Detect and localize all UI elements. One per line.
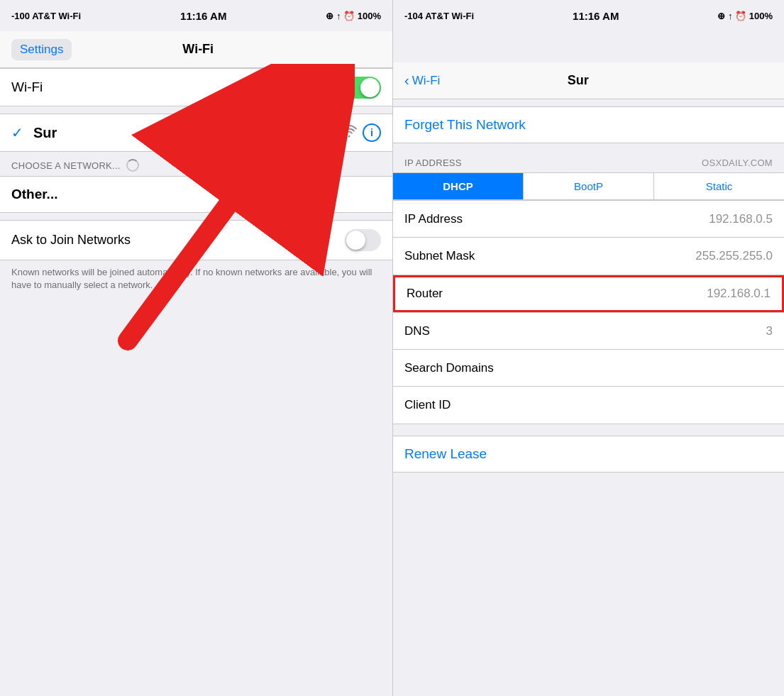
ip-section-subtext: osxdaily.com [702, 158, 773, 168]
dns-info-group: DNS 3 Search Domains Client ID [393, 312, 784, 424]
left-panel: -100 AT&T Wi-Fi 11:16 AM ⊕ ↑ ⏰ 100% Sett… [0, 0, 392, 696]
dhcp-tab[interactable]: DHCP [393, 173, 524, 199]
ip-address-label: IP Address [404, 212, 709, 226]
connected-network-group: ✓ Sur 🔒 i [0, 114, 392, 152]
wifi-toggle-label: Wi-Fi [11, 79, 345, 95]
left-settings-back-button[interactable]: Settings [11, 39, 72, 60]
toggle-knob [360, 78, 380, 97]
left-status-signal: -100 AT&T Wi-Fi [11, 11, 81, 21]
bootp-tab[interactable]: BootP [524, 173, 654, 199]
router-label: Router [407, 287, 707, 301]
wifi-signal-icon [341, 125, 357, 141]
right-wifi-back-button[interactable]: ‹ Wi-Fi [404, 72, 440, 89]
static-tab[interactable]: Static [654, 173, 784, 199]
connected-network-row[interactable]: ✓ Sur 🔒 i [0, 114, 392, 151]
left-status-time: 11:16 AM [180, 10, 226, 22]
ask-join-toggle[interactable] [345, 229, 381, 251]
right-status-bar: -104 AT&T Wi-Fi 11:16 AM ⊕ ↑ ⏰ 100% [393, 0, 784, 31]
right-status-signal: -104 AT&T Wi-Fi [404, 11, 474, 21]
left-content: Wi-Fi ✓ Sur 🔒 [0, 68, 392, 696]
ask-join-group: Ask to Join Networks Known networks will… [0, 213, 392, 303]
forget-network-section: Forget This Network [393, 106, 784, 143]
info-icon: i [370, 127, 373, 138]
ip-section-label: IP ADDRESS [404, 158, 462, 168]
left-status-icons: ⊕ ↑ ⏰ 100% [326, 11, 381, 21]
dns-label: DNS [404, 324, 766, 338]
right-panel: -104 AT&T Wi-Fi 11:16 AM ⊕ ↑ ⏰ 100% ‹ Wi… [392, 0, 784, 696]
other-network-label[interactable]: Other... [11, 187, 57, 201]
lock-icon: 🔒 [322, 126, 336, 139]
router-value: 192.168.0.1 [707, 287, 771, 301]
other-network-group: Other... [0, 176, 392, 213]
left-status-bar: -100 AT&T Wi-Fi 11:16 AM ⊕ ↑ ⏰ 100% [0, 0, 392, 31]
wifi-toggle-group: Wi-Fi [0, 68, 392, 106]
forget-network-button[interactable]: Forget This Network [404, 117, 526, 133]
ip-address-row: IP Address 192.168.0.5 [393, 201, 784, 238]
right-status-time: 11:16 AM [573, 10, 619, 22]
dns-value: 3 [766, 324, 773, 338]
wifi-toggle-switch[interactable] [345, 77, 381, 99]
client-id-row: Client ID [393, 387, 784, 424]
ip-address-value: 192.168.0.5 [709, 212, 773, 226]
right-nav-title: Sur [568, 73, 589, 88]
right-nav-bar: ‹ Wi-Fi Sur [393, 62, 784, 99]
subnet-mask-value: 255.255.255.0 [695, 249, 773, 263]
network-icons: 🔒 i [322, 123, 381, 142]
subnet-mask-label: Subnet Mask [404, 249, 695, 263]
search-domains-label: Search Domains [404, 361, 773, 375]
ip-mode-segmented-control[interactable]: DHCP BootP Static [393, 172, 784, 200]
renew-lease-section: Renew Lease [393, 436, 784, 473]
search-domains-row: Search Domains [393, 350, 784, 387]
info-circle-button[interactable]: i [363, 123, 381, 142]
right-status-icons: ⊕ ↑ ⏰ 100% [717, 11, 773, 21]
ip-address-section-header: IP ADDRESS osxdaily.com [393, 150, 784, 172]
renew-lease-button[interactable]: Renew Lease [404, 446, 487, 462]
ask-join-description: Known networks will be joined automatica… [0, 260, 392, 303]
dns-row: DNS 3 [393, 313, 784, 350]
ask-join-knob [346, 231, 365, 250]
checkmark-icon: ✓ [11, 124, 23, 141]
ask-join-label: Ask to Join Networks [11, 233, 345, 248]
right-content: Forget This Network IP ADDRESS osxdaily.… [393, 99, 784, 696]
router-row: Router 192.168.0.1 [393, 275, 784, 312]
choose-network-header: CHOOSE A NETWORK... [0, 152, 392, 176]
subnet-mask-row: Subnet Mask 255.255.255.0 [393, 238, 784, 275]
right-back-label: Wi-Fi [412, 74, 441, 88]
loading-spinner [126, 159, 139, 172]
choose-network-label: CHOOSE A NETWORK... [11, 160, 121, 171]
left-nav-bar: Settings Wi-Fi [0, 31, 392, 68]
wifi-toggle-row: Wi-Fi [0, 69, 392, 106]
ask-join-row: Ask to Join Networks [0, 220, 392, 260]
network-name: Sur [33, 125, 57, 141]
left-nav-title: Wi-Fi [182, 42, 214, 57]
chevron-left-icon: ‹ [404, 72, 409, 89]
client-id-label: Client ID [404, 398, 773, 412]
ip-info-group: IP Address 192.168.0.5 Subnet Mask 255.2… [393, 200, 784, 275]
